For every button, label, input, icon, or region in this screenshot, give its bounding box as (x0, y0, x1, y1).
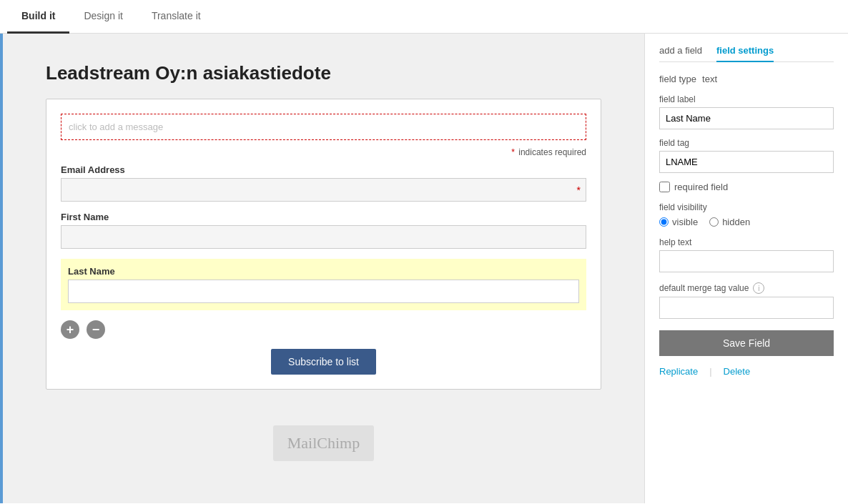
tab-design-it[interactable]: Design it (69, 0, 137, 34)
field-tag-input[interactable] (659, 151, 834, 173)
form-title: Leadstream Oy:n asiakastiedote (46, 62, 601, 84)
form-container: click to add a message * indicates requi… (46, 99, 601, 390)
bottom-actions: Replicate | Delete (659, 366, 834, 377)
field-label-label: field label (659, 94, 834, 104)
actions-divider: | (709, 366, 711, 377)
last-name-field-label: Last Name (68, 266, 579, 277)
tabs-bar: Build it Design it Translate it (0, 0, 848, 34)
visibility-options: visible hidden (659, 217, 834, 227)
tab-build-it[interactable]: Build it (7, 0, 69, 34)
visibility-hidden-label: hidden (722, 217, 750, 227)
visibility-hidden-option[interactable]: hidden (709, 217, 750, 227)
first-name-field-group: First Name (61, 212, 586, 249)
merge-tag-label-row: default merge tag value i (659, 282, 834, 294)
email-input[interactable] (61, 178, 586, 202)
visibility-hidden-radio[interactable] (709, 217, 719, 227)
panel-tabs: add a field field settings (659, 45, 834, 62)
required-note: * indicates required (61, 147, 586, 157)
logo-wrapper: MailChimp (46, 404, 601, 461)
delete-button[interactable]: Delete (724, 366, 751, 377)
field-label-input[interactable] (659, 107, 834, 129)
field-visibility-label: field visibility (659, 202, 834, 212)
first-name-input[interactable] (61, 225, 586, 249)
subscribe-button[interactable]: Subscribe to list (271, 349, 376, 375)
visibility-visible-radio[interactable] (659, 217, 669, 227)
tab-translate-it[interactable]: Translate it (137, 0, 215, 34)
field-visibility-row: field visibility visible hidden (659, 202, 834, 227)
first-name-field-label: First Name (61, 212, 586, 222)
field-type-label: field type (659, 74, 696, 84)
field-tag-label: field tag (659, 138, 834, 148)
remove-field-button[interactable]: − (87, 320, 105, 339)
panel-tab-field-settings[interactable]: field settings (716, 45, 774, 62)
replicate-button[interactable]: Replicate (659, 366, 698, 377)
asterisk-icon: * (511, 147, 515, 157)
main-layout: Leadstream Oy:n asiakastiedote click to … (0, 34, 848, 503)
required-field-label: required field (674, 182, 728, 192)
mailchimp-logo: MailChimp (273, 425, 374, 461)
required-field-row: required field (659, 182, 834, 192)
panel-tab-add-field[interactable]: add a field (659, 45, 702, 56)
email-field-label: Email Address (61, 164, 586, 175)
left-panel: Leadstream Oy:n asiakastiedote click to … (0, 34, 644, 503)
help-text-input[interactable] (659, 250, 834, 272)
save-field-button[interactable]: Save Field (659, 330, 834, 356)
visibility-visible-option[interactable]: visible (659, 217, 698, 227)
visibility-visible-label: visible (672, 217, 698, 227)
required-star-icon: * (577, 184, 581, 196)
message-area[interactable]: click to add a message (61, 114, 586, 140)
field-type-row: field type text (659, 74, 834, 84)
info-icon[interactable]: i (753, 282, 764, 294)
field-type-value: text (702, 74, 717, 84)
required-field-checkbox[interactable] (659, 182, 670, 192)
right-panel: add a field field settings field type te… (644, 34, 848, 503)
add-field-button[interactable]: + (61, 320, 79, 339)
form-actions: + − (61, 320, 586, 339)
merge-tag-input[interactable] (659, 297, 834, 319)
last-name-input[interactable] (68, 280, 579, 303)
last-name-field-group: Last Name (61, 259, 586, 310)
merge-tag-label: default merge tag value (659, 283, 749, 293)
help-text-label: help text (659, 237, 834, 247)
email-input-wrapper: * (61, 178, 586, 202)
email-field-group: Email Address * (61, 164, 586, 202)
